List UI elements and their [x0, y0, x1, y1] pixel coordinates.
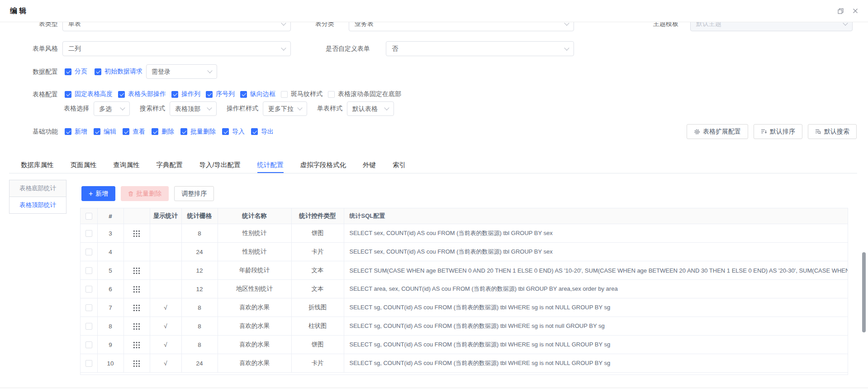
checkbox-box [222, 128, 229, 135]
stat-sql-value: SELECT sex, COUNT(id) AS cou FROM (当前表的数… [344, 243, 848, 261]
row-checkbox[interactable] [85, 267, 92, 274]
side-tab-table-bottom-stats[interactable]: 表格底部统计 [9, 180, 66, 197]
table-row: 3 8 性别统计 饼图 SELECT sex, COUNT(id) AS cou… [81, 224, 848, 243]
stats-table: # 显示统计 统计栅格 统计名称 统计控件类型 统计SQL配置 3 8 性别统计 [80, 208, 848, 375]
adjust-sort-button[interactable]: 调整排序 [174, 186, 214, 201]
row-checkbox[interactable] [85, 249, 92, 255]
side-tab-table-top-stats[interactable]: 表格顶部统计 [9, 197, 66, 214]
show-stat-value [150, 224, 181, 243]
table-expand-config-button[interactable]: 表格扩展配置 [687, 124, 748, 139]
row-checkbox[interactable] [85, 323, 92, 330]
single-table-style-label: 单表样式 [317, 105, 342, 113]
checkbox-edit[interactable]: 编辑 [94, 128, 116, 136]
table-config-label: 表格配置 [33, 87, 58, 101]
row-index: 9 [97, 336, 123, 354]
tab-index[interactable]: 索引 [393, 158, 406, 173]
checkbox-view[interactable]: 查看 [123, 128, 145, 136]
drag-handle[interactable] [123, 224, 150, 243]
tab-virtual-field-format[interactable]: 虚拟字段格式化 [300, 158, 346, 173]
checkbox-box [65, 91, 71, 98]
checkbox-vertical-border[interactable]: 纵向边框 [240, 90, 275, 98]
drag-handle[interactable] [123, 317, 150, 336]
table-row: 6 12 地区性别统计 文本 SELECT area, sex, COUNT(i… [81, 280, 848, 298]
row-checkbox[interactable] [85, 286, 92, 293]
row-index: 5 [97, 261, 123, 280]
checkbox-fixed-table-height[interactable]: 固定表格高度 [65, 90, 113, 98]
config-tabs: 数据库属性 页面属性 查询属性 字典配置 导入/导出配置 统计配置 虚拟字段格式… [9, 158, 857, 173]
drag-icon [133, 360, 140, 367]
stat-name-value: 性别统计 [218, 243, 291, 261]
single-table-style-select[interactable]: 默认表格 [347, 101, 394, 116]
stat-control-value: 卡片 [291, 243, 344, 261]
drag-handle[interactable] [123, 336, 150, 354]
drag-icon [133, 305, 140, 311]
drag-handle[interactable] [123, 354, 150, 373]
row-checkbox[interactable] [85, 230, 92, 237]
add-button[interactable]: + 新增 [81, 186, 115, 201]
custom-form-label: 是否自定义表单 [326, 41, 370, 56]
login-required-select[interactable]: 需登录 [146, 64, 217, 79]
drag-handle[interactable] [123, 261, 150, 280]
col-index: # [97, 208, 123, 224]
custom-form-select[interactable]: 否 [386, 41, 574, 56]
row-index: 4 [97, 243, 123, 261]
checkbox-pagination[interactable]: 分页 [65, 67, 87, 76]
row-checkbox[interactable] [85, 341, 92, 348]
checkbox-action-column[interactable]: 操作列 [171, 90, 200, 98]
default-sort-button[interactable]: 默认排序 [754, 124, 802, 139]
tab-database-props[interactable]: 数据库属性 [21, 158, 54, 173]
table-row: 7 √ 8 喜欢的水果 折线图 SELECT sg, COUNT(id) AS … [81, 298, 848, 317]
tab-page-props[interactable]: 页面属性 [71, 158, 97, 173]
checkbox-zebra-stripe[interactable]: 斑马纹样式 [281, 90, 323, 98]
table-select-mode-select[interactable]: 多选 [94, 101, 130, 116]
checkbox-box [171, 91, 178, 98]
checkbox-add[interactable]: 新增 [65, 128, 87, 136]
checkbox-box [152, 128, 158, 135]
checkbox-batch-delete[interactable]: 批量删除 [180, 128, 216, 136]
checkbox-delete[interactable]: 删除 [152, 128, 174, 136]
batch-delete-button[interactable]: 批量删除 [121, 186, 169, 201]
row-index: 10 [97, 354, 123, 373]
tab-statistics-config[interactable]: 统计配置 [257, 158, 284, 173]
checkbox-box [281, 91, 288, 98]
row-index: 7 [97, 298, 123, 317]
tab-dict-config[interactable]: 字典配置 [157, 158, 183, 173]
select-all-checkbox[interactable] [85, 213, 92, 220]
form-style-select[interactable]: 二列 [62, 41, 291, 56]
row-checkbox[interactable] [85, 360, 92, 367]
stat-grid-value: 8 [181, 224, 218, 243]
vertical-scrollbar-thumb[interactable] [862, 252, 866, 332]
stats-side-tabs: 表格底部统计 表格顶部统计 [9, 180, 66, 214]
table-config-checkboxes: 固定表格高度 表格头部操作 操作列 序号列 纵向边框 斑马纹样式 表格滚动条固定… [65, 87, 401, 101]
table-row: 9 √ 8 喜欢的水果 饼图 SELECT sg, COUNT(id) AS c… [81, 336, 848, 354]
action-bar-style-select[interactable]: 更多下拉 [263, 101, 307, 116]
stat-sql-value: SELECT sg, COUNT(id) AS cou FROM (当前表的数据… [344, 354, 848, 373]
tab-import-export-config[interactable]: 导入/导出配置 [199, 158, 241, 173]
checkbox-box [240, 91, 247, 98]
default-search-button[interactable]: 默认搜索 [808, 124, 857, 139]
base-func-label: 基础功能 [33, 124, 58, 139]
show-stat-value [150, 243, 181, 261]
data-config-label: 数据配置 [33, 64, 58, 79]
drag-handle[interactable] [123, 298, 150, 317]
stat-name-value: 年龄段统计 [218, 261, 291, 280]
close-icon[interactable] [853, 8, 858, 14]
row-checkbox[interactable] [85, 304, 92, 311]
col-stat-grid: 统计栅格 [181, 208, 218, 224]
drag-handle[interactable] [123, 280, 150, 298]
checkbox-initial-data-request[interactable]: 初始数据请求 [95, 67, 142, 76]
tab-query-props[interactable]: 查询属性 [114, 158, 140, 173]
checkbox-import[interactable]: 导入 [222, 128, 245, 136]
search-style-select[interactable]: 表格顶部 [170, 101, 217, 116]
stat-name-value: 地区性别统计 [218, 280, 291, 298]
checkbox-table-header-actions[interactable]: 表格头部操作 [118, 90, 166, 98]
row-index: 8 [97, 317, 123, 336]
tab-foreign-key[interactable]: 外键 [363, 158, 376, 173]
checkbox-index-column[interactable]: 序号列 [206, 90, 235, 98]
dialog-header: 编 辑 [0, 0, 868, 22]
checkbox-scrollbar-fixed-bottom[interactable]: 表格滚动条固定在底部 [328, 90, 401, 98]
checkbox-box [94, 128, 100, 135]
checkbox-export[interactable]: 导出 [251, 128, 274, 136]
restore-icon[interactable] [838, 8, 844, 14]
show-stat-value [150, 261, 181, 280]
